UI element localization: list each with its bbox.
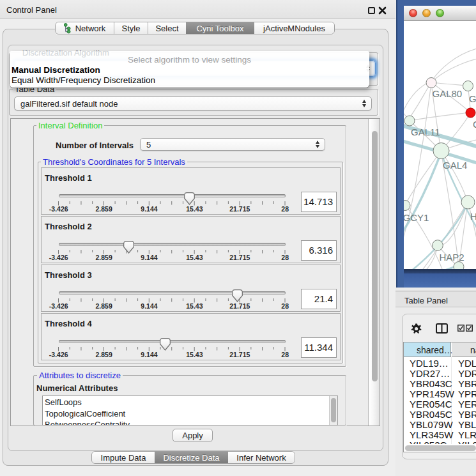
svg-text:GAL80: GAL80	[433, 88, 463, 99]
svg-text:GA: GA	[469, 93, 476, 104]
svg-text:GAL4: GAL4	[443, 160, 467, 171]
svg-text:C: C	[473, 119, 476, 130]
svg-text:GAL11: GAL11	[411, 127, 440, 137]
svg-text:H: H	[470, 211, 476, 222]
svg-text:HAP2: HAP2	[440, 252, 464, 263]
svg-text:GCY1: GCY1	[404, 212, 429, 223]
